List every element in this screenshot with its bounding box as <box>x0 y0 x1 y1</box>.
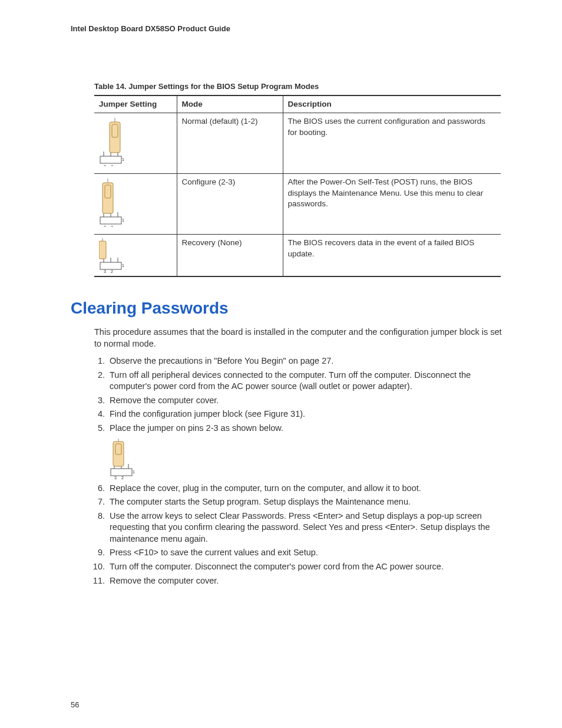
list-item: Press <F10> to save the current values a… <box>107 547 509 559</box>
cell-desc: After the Power-On Self-Test (POST) runs… <box>283 174 501 235</box>
jumper-diagram-normal: 3 2 1 <box>94 113 177 174</box>
table-row: 3 2 1 Normal (default) (1-2) The BIOS us… <box>94 113 501 174</box>
section-heading: Clearing Passwords <box>71 297 509 319</box>
table-row: 3 2 1 Configure (2-3) After the Power-On… <box>94 174 501 235</box>
list-item: Replace the cover, plug in the computer,… <box>107 483 509 495</box>
svg-rect-0 <box>100 156 121 163</box>
jumper-diagram-recovery: 3 2 1 <box>94 235 177 277</box>
svg-text:3: 3 <box>104 164 106 166</box>
list-item: Turn off all peripheral devices connecte… <box>107 370 509 393</box>
jumper-diagram-configure: 3 2 1 <box>94 174 177 235</box>
list-item: Observe the precautions in "Before You B… <box>107 355 509 367</box>
svg-text:2: 2 <box>111 164 113 166</box>
list-item: Turn off the computer. Disconnect the co… <box>107 561 509 573</box>
cell-mode: Recovery (None) <box>177 235 283 277</box>
th-jumper-setting: Jumper Setting <box>94 95 177 113</box>
procedure-list: Observe the precautions in "Before You B… <box>94 355 509 587</box>
list-item: Remove the computer cover. <box>107 395 509 407</box>
th-description: Description <box>283 95 501 113</box>
svg-text:1: 1 <box>122 263 124 268</box>
svg-text:1: 1 <box>122 157 124 162</box>
svg-rect-33 <box>113 442 124 466</box>
svg-text:3: 3 <box>114 476 117 479</box>
svg-text:2: 2 <box>111 225 113 227</box>
svg-rect-29 <box>111 469 132 476</box>
cell-desc: The BIOS recovers data in the event of a… <box>283 235 501 277</box>
svg-text:1: 1 <box>133 470 135 474</box>
svg-rect-24 <box>99 241 106 259</box>
list-item: Remove the computer cover. <box>107 575 509 587</box>
list-item: Place the jumper on pins 2-3 as shown be… <box>107 423 509 479</box>
table-caption: Table 14. Jumper Settings for the BIOS S… <box>94 81 509 92</box>
list-item: Find the configuration jumper block (see… <box>107 409 509 420</box>
svg-text:1: 1 <box>122 218 124 222</box>
list-item: Use the arrow keys to select Clear Passw… <box>107 510 509 545</box>
svg-text:3: 3 <box>104 225 106 227</box>
table-row: 3 2 1 Recovery (None) The BIOS recovers … <box>94 235 501 277</box>
list-item: The computer starts the Setup program. S… <box>107 496 509 508</box>
svg-rect-20 <box>100 262 121 269</box>
cell-mode: Configure (2-3) <box>177 174 283 235</box>
cell-mode: Normal (default) (1-2) <box>177 113 283 174</box>
svg-rect-10 <box>100 217 121 224</box>
jumper-settings-table: Jumper Setting Mode Description 3 2 <box>94 95 501 277</box>
step-text: Place the jumper on pins 2-3 as shown be… <box>110 423 283 433</box>
page-header: Intel Desktop Board DX58SO Product Guide <box>71 24 509 34</box>
svg-text:2: 2 <box>111 269 113 273</box>
svg-text:2: 2 <box>121 476 124 479</box>
intro-paragraph: This procedure assumes that the board is… <box>94 327 509 350</box>
cell-desc: The BIOS uses the current configuration … <box>283 113 501 174</box>
svg-text:3: 3 <box>104 269 106 273</box>
th-mode: Mode <box>177 95 283 113</box>
jumper-diagram-step: 3 2 1 <box>110 438 509 479</box>
